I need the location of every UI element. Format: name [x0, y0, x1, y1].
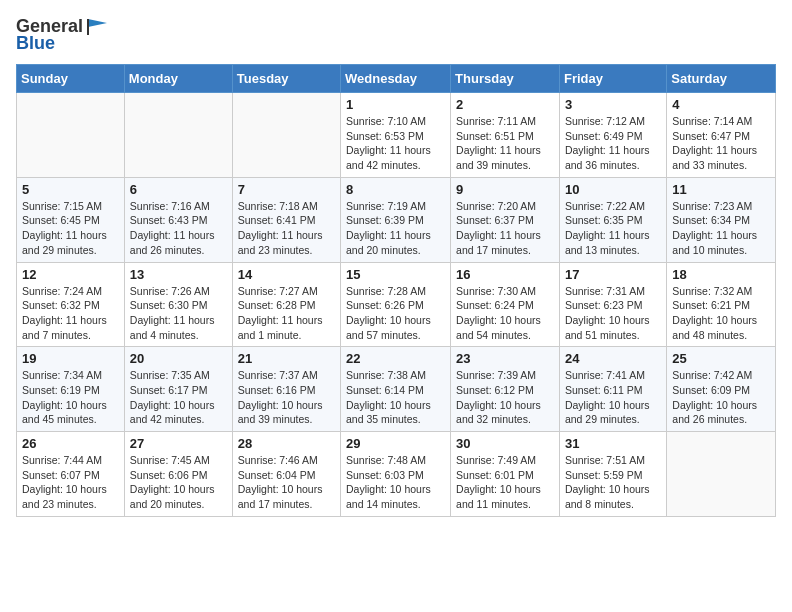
calendar-container: General Blue SundayMondayTuesdayWednesda… — [0, 0, 792, 533]
weekday-header-tuesday: Tuesday — [232, 65, 340, 93]
day-info: Sunrise: 7:46 AM Sunset: 6:04 PM Dayligh… — [238, 453, 335, 512]
day-number: 16 — [456, 267, 554, 282]
calendar-cell: 15Sunrise: 7:28 AM Sunset: 6:26 PM Dayli… — [341, 262, 451, 347]
calendar-cell: 26Sunrise: 7:44 AM Sunset: 6:07 PM Dayli… — [17, 432, 125, 517]
weekday-header-monday: Monday — [124, 65, 232, 93]
day-info: Sunrise: 7:19 AM Sunset: 6:39 PM Dayligh… — [346, 199, 445, 258]
day-info: Sunrise: 7:11 AM Sunset: 6:51 PM Dayligh… — [456, 114, 554, 173]
day-number: 3 — [565, 97, 661, 112]
day-info: Sunrise: 7:37 AM Sunset: 6:16 PM Dayligh… — [238, 368, 335, 427]
day-info: Sunrise: 7:31 AM Sunset: 6:23 PM Dayligh… — [565, 284, 661, 343]
day-info: Sunrise: 7:30 AM Sunset: 6:24 PM Dayligh… — [456, 284, 554, 343]
calendar-cell: 23Sunrise: 7:39 AM Sunset: 6:12 PM Dayli… — [451, 347, 560, 432]
calendar-cell: 11Sunrise: 7:23 AM Sunset: 6:34 PM Dayli… — [667, 177, 776, 262]
calendar-week-row: 5Sunrise: 7:15 AM Sunset: 6:45 PM Daylig… — [17, 177, 776, 262]
day-number: 26 — [22, 436, 119, 451]
calendar-cell: 12Sunrise: 7:24 AM Sunset: 6:32 PM Dayli… — [17, 262, 125, 347]
day-info: Sunrise: 7:35 AM Sunset: 6:17 PM Dayligh… — [130, 368, 227, 427]
day-info: Sunrise: 7:24 AM Sunset: 6:32 PM Dayligh… — [22, 284, 119, 343]
header-section: General Blue — [16, 16, 776, 54]
day-number: 23 — [456, 351, 554, 366]
logo-flag-icon — [85, 17, 107, 35]
weekday-header-saturday: Saturday — [667, 65, 776, 93]
day-info: Sunrise: 7:20 AM Sunset: 6:37 PM Dayligh… — [456, 199, 554, 258]
calendar-cell: 20Sunrise: 7:35 AM Sunset: 6:17 PM Dayli… — [124, 347, 232, 432]
day-number: 2 — [456, 97, 554, 112]
logo-blue-text: Blue — [16, 33, 55, 54]
day-info: Sunrise: 7:14 AM Sunset: 6:47 PM Dayligh… — [672, 114, 770, 173]
day-info: Sunrise: 7:38 AM Sunset: 6:14 PM Dayligh… — [346, 368, 445, 427]
calendar-table: SundayMondayTuesdayWednesdayThursdayFrid… — [16, 64, 776, 517]
calendar-cell: 31Sunrise: 7:51 AM Sunset: 5:59 PM Dayli… — [559, 432, 666, 517]
day-info: Sunrise: 7:51 AM Sunset: 5:59 PM Dayligh… — [565, 453, 661, 512]
day-info: Sunrise: 7:41 AM Sunset: 6:11 PM Dayligh… — [565, 368, 661, 427]
day-info: Sunrise: 7:16 AM Sunset: 6:43 PM Dayligh… — [130, 199, 227, 258]
day-number: 17 — [565, 267, 661, 282]
weekday-header-thursday: Thursday — [451, 65, 560, 93]
day-number: 14 — [238, 267, 335, 282]
day-info: Sunrise: 7:15 AM Sunset: 6:45 PM Dayligh… — [22, 199, 119, 258]
calendar-cell: 17Sunrise: 7:31 AM Sunset: 6:23 PM Dayli… — [559, 262, 666, 347]
calendar-cell: 27Sunrise: 7:45 AM Sunset: 6:06 PM Dayli… — [124, 432, 232, 517]
calendar-cell: 2Sunrise: 7:11 AM Sunset: 6:51 PM Daylig… — [451, 93, 560, 178]
calendar-cell — [667, 432, 776, 517]
calendar-cell: 30Sunrise: 7:49 AM Sunset: 6:01 PM Dayli… — [451, 432, 560, 517]
logo: General Blue — [16, 16, 107, 54]
calendar-cell: 14Sunrise: 7:27 AM Sunset: 6:28 PM Dayli… — [232, 262, 340, 347]
day-number: 7 — [238, 182, 335, 197]
calendar-week-row: 12Sunrise: 7:24 AM Sunset: 6:32 PM Dayli… — [17, 262, 776, 347]
day-number: 1 — [346, 97, 445, 112]
weekday-header-friday: Friday — [559, 65, 666, 93]
day-info: Sunrise: 7:27 AM Sunset: 6:28 PM Dayligh… — [238, 284, 335, 343]
day-info: Sunrise: 7:22 AM Sunset: 6:35 PM Dayligh… — [565, 199, 661, 258]
day-info: Sunrise: 7:18 AM Sunset: 6:41 PM Dayligh… — [238, 199, 335, 258]
day-info: Sunrise: 7:48 AM Sunset: 6:03 PM Dayligh… — [346, 453, 445, 512]
calendar-week-row: 1Sunrise: 7:10 AM Sunset: 6:53 PM Daylig… — [17, 93, 776, 178]
calendar-cell: 3Sunrise: 7:12 AM Sunset: 6:49 PM Daylig… — [559, 93, 666, 178]
calendar-cell: 9Sunrise: 7:20 AM Sunset: 6:37 PM Daylig… — [451, 177, 560, 262]
day-number: 18 — [672, 267, 770, 282]
day-number: 22 — [346, 351, 445, 366]
calendar-cell: 22Sunrise: 7:38 AM Sunset: 6:14 PM Dayli… — [341, 347, 451, 432]
calendar-cell: 21Sunrise: 7:37 AM Sunset: 6:16 PM Dayli… — [232, 347, 340, 432]
day-number: 19 — [22, 351, 119, 366]
day-number: 21 — [238, 351, 335, 366]
calendar-week-row: 19Sunrise: 7:34 AM Sunset: 6:19 PM Dayli… — [17, 347, 776, 432]
calendar-cell: 28Sunrise: 7:46 AM Sunset: 6:04 PM Dayli… — [232, 432, 340, 517]
calendar-cell: 6Sunrise: 7:16 AM Sunset: 6:43 PM Daylig… — [124, 177, 232, 262]
day-info: Sunrise: 7:39 AM Sunset: 6:12 PM Dayligh… — [456, 368, 554, 427]
day-info: Sunrise: 7:34 AM Sunset: 6:19 PM Dayligh… — [22, 368, 119, 427]
day-number: 6 — [130, 182, 227, 197]
calendar-cell: 24Sunrise: 7:41 AM Sunset: 6:11 PM Dayli… — [559, 347, 666, 432]
calendar-cell — [124, 93, 232, 178]
day-number: 25 — [672, 351, 770, 366]
svg-marker-0 — [88, 19, 107, 27]
day-number: 15 — [346, 267, 445, 282]
calendar-cell: 13Sunrise: 7:26 AM Sunset: 6:30 PM Dayli… — [124, 262, 232, 347]
day-number: 29 — [346, 436, 445, 451]
weekday-header-wednesday: Wednesday — [341, 65, 451, 93]
calendar-cell: 18Sunrise: 7:32 AM Sunset: 6:21 PM Dayli… — [667, 262, 776, 347]
day-number: 12 — [22, 267, 119, 282]
calendar-cell: 25Sunrise: 7:42 AM Sunset: 6:09 PM Dayli… — [667, 347, 776, 432]
calendar-cell: 10Sunrise: 7:22 AM Sunset: 6:35 PM Dayli… — [559, 177, 666, 262]
day-number: 27 — [130, 436, 227, 451]
day-number: 4 — [672, 97, 770, 112]
day-number: 9 — [456, 182, 554, 197]
day-number: 11 — [672, 182, 770, 197]
calendar-cell: 19Sunrise: 7:34 AM Sunset: 6:19 PM Dayli… — [17, 347, 125, 432]
day-number: 10 — [565, 182, 661, 197]
day-info: Sunrise: 7:10 AM Sunset: 6:53 PM Dayligh… — [346, 114, 445, 173]
calendar-cell — [232, 93, 340, 178]
day-info: Sunrise: 7:45 AM Sunset: 6:06 PM Dayligh… — [130, 453, 227, 512]
day-info: Sunrise: 7:42 AM Sunset: 6:09 PM Dayligh… — [672, 368, 770, 427]
day-info: Sunrise: 7:49 AM Sunset: 6:01 PM Dayligh… — [456, 453, 554, 512]
day-number: 31 — [565, 436, 661, 451]
day-info: Sunrise: 7:26 AM Sunset: 6:30 PM Dayligh… — [130, 284, 227, 343]
day-info: Sunrise: 7:44 AM Sunset: 6:07 PM Dayligh… — [22, 453, 119, 512]
day-info: Sunrise: 7:23 AM Sunset: 6:34 PM Dayligh… — [672, 199, 770, 258]
day-number: 20 — [130, 351, 227, 366]
calendar-cell: 1Sunrise: 7:10 AM Sunset: 6:53 PM Daylig… — [341, 93, 451, 178]
calendar-cell — [17, 93, 125, 178]
day-number: 8 — [346, 182, 445, 197]
